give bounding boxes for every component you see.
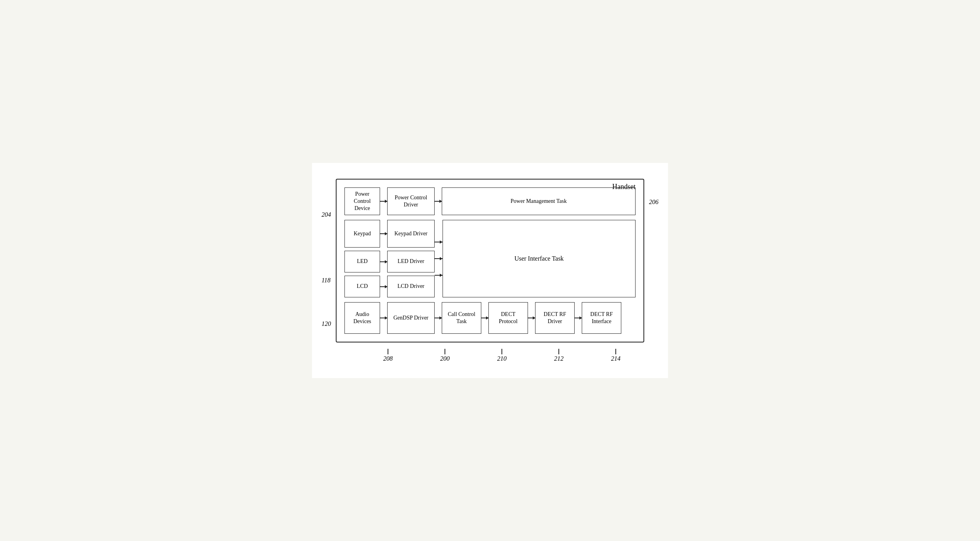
- user-interface-task-label: User Interface Task: [515, 255, 564, 263]
- arrow-dp-drfd: [528, 318, 535, 318]
- arrow-ad-gd: [380, 318, 387, 318]
- ref-item-208: 208: [383, 349, 393, 362]
- lcd-driver-box: LCD Driver: [387, 276, 435, 297]
- arrow-pcd-pdr: [380, 201, 387, 202]
- dect-protocol-box: DECT Protocol: [488, 302, 528, 334]
- row-power: Power Control Device Power Control Drive…: [344, 187, 636, 215]
- keypad-driver-label: Keypad Driver: [394, 230, 428, 237]
- keypad-driver-box: Keypad Driver: [387, 220, 435, 248]
- ref-item-200: 200: [440, 349, 450, 362]
- audio-devices-box: Audio Devices: [344, 302, 380, 334]
- arrow-lcd-ld: [380, 286, 387, 287]
- handset-label: Handset: [612, 183, 636, 191]
- ref-210: 210: [497, 355, 507, 362]
- led-label: LED: [357, 258, 367, 265]
- ref-item-214: 214: [611, 349, 621, 362]
- refs-bottom: 208 200 210 212 214: [336, 349, 644, 362]
- ref-item-210: 210: [497, 349, 507, 362]
- ref-item-212: 212: [554, 349, 564, 362]
- power-control-driver-box: Power Control Driver: [387, 187, 435, 215]
- power-management-task-box: Power Management Task: [442, 187, 636, 215]
- ref-214: 214: [611, 355, 621, 362]
- user-interface-task-box: User Interface Task: [443, 220, 636, 297]
- diagram-container: 204 118 120 206 Handset Power Control De…: [336, 179, 644, 362]
- ui-left: Keypad Keypad Driver LED: [344, 220, 435, 297]
- row-keypad: Keypad Keypad Driver: [344, 220, 435, 248]
- arrow-pdr-pmt: [435, 201, 442, 202]
- ref-120: 120: [322, 320, 331, 327]
- ref-206: 206: [649, 199, 658, 206]
- led-driver-label: LED Driver: [397, 258, 424, 265]
- dect-protocol-label: DECT Protocol: [492, 311, 524, 325]
- dect-rf-interface-label: DECT RF Interface: [585, 311, 618, 325]
- lcd-label: LCD: [357, 283, 368, 290]
- arrow-drfd-drfi: [575, 318, 582, 318]
- gendsp-driver-box: GenDSP Driver: [387, 302, 435, 334]
- lcd-box: LCD: [344, 276, 380, 297]
- gendsp-driver-label: GenDSP Driver: [394, 314, 429, 322]
- arrow-led-ld: [380, 261, 387, 262]
- power-control-device-box: Power Control Device: [344, 187, 380, 215]
- row-led: LED LED Driver: [344, 251, 435, 272]
- page: 204 118 120 206 Handset Power Control De…: [312, 163, 668, 378]
- ref-200: 200: [440, 355, 450, 362]
- arrow-gd-cct: [435, 318, 442, 318]
- power-management-task-label: Power Management Task: [511, 198, 567, 205]
- lcd-driver-label: LCD Driver: [397, 283, 424, 290]
- dect-rf-driver-label: DECT RF Driver: [539, 311, 571, 325]
- led-box: LED: [344, 251, 380, 272]
- ui-section: Keypad Keypad Driver LED: [344, 220, 636, 297]
- handset-box: Handset Power Control Device Power Contr…: [336, 179, 644, 342]
- ref-118: 118: [322, 277, 331, 284]
- audio-devices-label: Audio Devices: [348, 311, 376, 325]
- call-control-task-box: Call Control Task: [442, 302, 481, 334]
- led-driver-box: LED Driver: [387, 251, 435, 272]
- row-bottom: Audio Devices GenDSP Driver Call Control…: [344, 302, 636, 334]
- arrow-kp-kd: [380, 233, 387, 234]
- dect-rf-driver-box: DECT RF Driver: [535, 302, 575, 334]
- arrow-cct-dp: [481, 318, 488, 318]
- ref-212: 212: [554, 355, 564, 362]
- call-control-task-label: Call Control Task: [445, 311, 478, 325]
- keypad-box: Keypad: [344, 220, 380, 248]
- keypad-label: Keypad: [354, 230, 371, 237]
- ref-204: 204: [322, 211, 331, 218]
- ui-connectors: [435, 220, 443, 297]
- power-control-device-label: Power Control Device: [348, 191, 376, 212]
- dect-rf-interface-box: DECT RF Interface: [582, 302, 621, 334]
- power-control-driver-label: Power Control Driver: [391, 194, 431, 208]
- ref-208: 208: [383, 355, 393, 362]
- row-lcd: LCD LCD Driver: [344, 276, 435, 297]
